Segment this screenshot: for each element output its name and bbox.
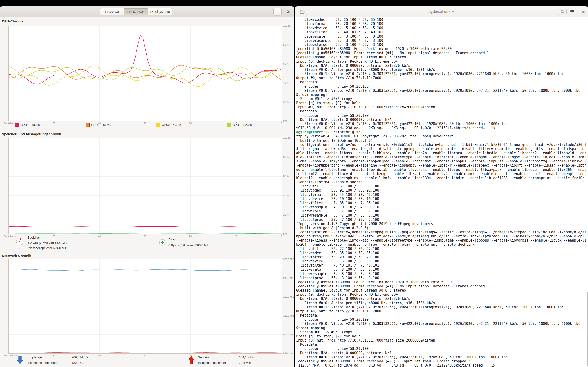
axis-label: 40 % — [283, 194, 289, 197]
terminal-line: encoder : Lavf58.20.100 — [296, 114, 588, 118]
terminal-line: [decklink @ 0x55e18f130980] Frame receiv… — [296, 359, 588, 363]
memory-history-chart — [9, 138, 282, 234]
terminal-line: 4-linux-gnu --arch=amd64 --enable-gpl --… — [296, 147, 588, 151]
hamburger-menu-button[interactable] — [273, 8, 282, 15]
terminal-line: Output #0, nut, to 'tcp://10.73.1.11:700… — [296, 309, 588, 313]
terminal-line: libavfilter 7. 85.100 / 7. 85.100 — [296, 201, 588, 205]
terminal-line: libpostproc 55. 7.100 / 55. 7.100 — [296, 218, 588, 222]
terminal-headerbar: agsler@thorrx: ~ ✕ — [295, 6, 588, 17]
terminal-line: libavfilter 7. 40.101 / 7. 40.101 — [296, 30, 588, 34]
terminal-line: Output #0, nut, to 'tcp://10.73.1.11:700… — [296, 76, 588, 80]
axis-label: 10 — [234, 235, 237, 238]
terminal-line: built with gcc 8 (Debian 8.3.0-6) — [296, 226, 588, 230]
terminal-line: le-libxml2 --enable-libxvid --enable-lib… — [296, 172, 588, 176]
axis-label: 180,0 MiB/s — [283, 295, 294, 298]
terminal-line: Stream #0:0: Video: v210 (V210 / 0x30313… — [296, 355, 588, 359]
terminal-line: Stream mapping: — [296, 93, 588, 97]
terminal-line: libavutil 56. 51.100 / 56. 51.100 — [296, 184, 588, 188]
terminal-close-button[interactable]: ✕ — [579, 8, 587, 15]
axis-label: 240,0 MiB/s — [283, 277, 294, 279]
terminal-line: libavcodec 58. 35.100 / 58. 35.100 — [296, 18, 588, 22]
terminal-line: configuration: --prefix=/usr --extra-ver… — [296, 143, 588, 147]
axis-label: 20 % — [283, 213, 289, 216]
cpu-history-chart — [9, 26, 282, 121]
terminal-line: mpeg_sources/BMD_SDK/include' --extra-ld… — [296, 234, 588, 238]
cpu-percent: 43,7% — [102, 123, 111, 127]
terminal-line: Duration: N/A, start: 0.000000, bitrate:… — [296, 118, 588, 122]
terminal-line: Metadata: — [296, 80, 588, 84]
terminal-line: Input #0, decklink, from 'DeckLink HD Ex… — [296, 59, 588, 64]
close-window-button[interactable]: ✕ — [284, 8, 292, 15]
terminal-line: libswresample 3. 3.100 / 3. 3.100 — [296, 39, 588, 43]
legend-color-swatch — [227, 123, 231, 127]
terminal-title: agsler@thorrx: ~ — [295, 6, 588, 17]
terminal-line: Duration: N/A, start: 0.000000, bitrate:… — [296, 64, 588, 68]
axis-label: 60 % — [283, 62, 289, 65]
terminal-menu-button[interactable] — [568, 8, 576, 15]
cpu-legend: CPU143,8%CPU243,7%CPU346,7%CPU432,6% — [0, 123, 294, 129]
tab-ressourcen[interactable]: Ressourcen — [124, 8, 148, 15]
terminal-line: bx264 --enable-libx265 --enable-nonfree … — [296, 242, 588, 247]
terminal-line: Metadata: — [296, 342, 588, 347]
terminal-line: configuration: --prefix=/home/nle/ffmpeg… — [296, 230, 588, 234]
tab-dateisysteme[interactable]: Dateisysteme — [148, 8, 172, 15]
axis-label: 100 % — [283, 24, 290, 27]
search-icon — [561, 10, 565, 14]
cpu-name: CPU3 — [162, 123, 170, 127]
swap-usage-value: 0 Bytes (0,0%) von 980,0 MiB — [168, 243, 209, 247]
axis-label: 40 — [98, 235, 101, 238]
cpu-legend-item: CPU432,6% — [227, 123, 252, 127]
axis-label: 30 — [144, 235, 146, 238]
axis-label: 50 — [52, 354, 55, 357]
tab-prozesse[interactable]: Prozesse — [100, 8, 124, 15]
terminal-line: [decklink @ 0x56168bc85980] Frame receiv… — [296, 51, 588, 55]
axis-label: 100 % — [283, 136, 290, 139]
axis-label: 60 Sekunden — [4, 354, 18, 357]
axis-label: 40 % — [283, 81, 289, 84]
network-y-axis-labels: 300,0 MiB/s240,0 MiB/s180,0 MiB/s120,0 M… — [283, 259, 294, 354]
close-icon: ✕ — [286, 10, 290, 14]
axis-label: 20 — [189, 235, 192, 238]
cpu-percent: 43,8% — [32, 123, 40, 127]
terminal-line: Stream #0:0: Audio: pcm_s16le, 48000 Hz,… — [296, 68, 588, 72]
terminal-line: libpostproc 55. 3.100 / 55. 3.100 — [296, 276, 588, 280]
terminal-line: libavfilter 7. 40.101 / 7. 40.101 — [296, 263, 588, 267]
axis-label: 50 — [52, 235, 55, 238]
memory-pie-icon — [15, 237, 24, 247]
axis-label: 80 % — [283, 156, 289, 158]
terminal-scrollbar[interactable] — [587, 292, 588, 366]
terminal-line: Stream #0:0: Video: v210 (V210 / 0x30313… — [296, 322, 588, 326]
terminal-line: Guessed Channel Layout for Input Stream … — [296, 288, 588, 292]
network-total-sent-label: Insgesamt gesendet — [198, 361, 226, 365]
search-button[interactable] — [558, 8, 567, 15]
desktop: Prozesse Ressourcen Dateisysteme ✕ CPU-C… — [0, 0, 588, 367]
terminal-line: Input #0, decklink, from 'DeckLink HD Ex… — [296, 292, 588, 297]
terminal-line: libavresample 4. 0. 0 / 4. 0. 0 — [296, 205, 588, 209]
terminal-line: Stream #0:1 -> #0:0 (copy) — [296, 330, 588, 334]
terminal-line: libpostproc 55. 3.100 / 55. 3.100 — [296, 43, 588, 47]
terminal-line: libavformat 58. 20.100 / 58. 20.100 — [296, 255, 588, 259]
axis-label: 0 — [281, 354, 282, 357]
axis-label: 20 % — [283, 100, 289, 103]
network-total-sent-value: 32,4 MiB — [239, 361, 251, 365]
network-history-chart — [9, 259, 282, 354]
terminal-line: encoder : Lavf58.20.100 — [296, 84, 588, 89]
terminal-line: Stream #0:0: Video: v210 (V210 / 0x30313… — [296, 89, 588, 93]
swap-label: Swap — [168, 238, 176, 241]
axis-label: 0 — [281, 235, 282, 238]
new-tab-icon — [300, 10, 304, 14]
terminal-line: [decklink @ 0x55e18f130980] Frame receiv… — [296, 284, 588, 288]
network-section-title: Netzwerk-Chronik — [2, 254, 31, 258]
network-send-label: Senden — [198, 356, 209, 359]
terminal-line: libavformat 58. 45.100 / 58. 45.100 — [296, 193, 588, 197]
memory-cache-value: Zwischenspeicher 674,0 MiB — [27, 246, 67, 250]
new-tab-button[interactable] — [298, 8, 307, 15]
axis-label: 60 % — [283, 175, 289, 177]
terminal-line: Metadata: — [296, 313, 588, 317]
cpu-legend-item: CPU243,7% — [86, 123, 111, 127]
terminal-line: Press [q] to stop, [?] for help — [296, 334, 588, 338]
terminal-output[interactable]: libavcodec 58. 35.100 / 58. 35.100 libav… — [295, 17, 588, 367]
axis-label: 60,0 MiB/s — [283, 333, 294, 336]
terminal-line: [decklink @ 0x56168bc85980] Found Deckli… — [296, 47, 588, 51]
terminal-line: libavdevice 58. 5.100 / 58. 5.100 — [296, 259, 588, 263]
